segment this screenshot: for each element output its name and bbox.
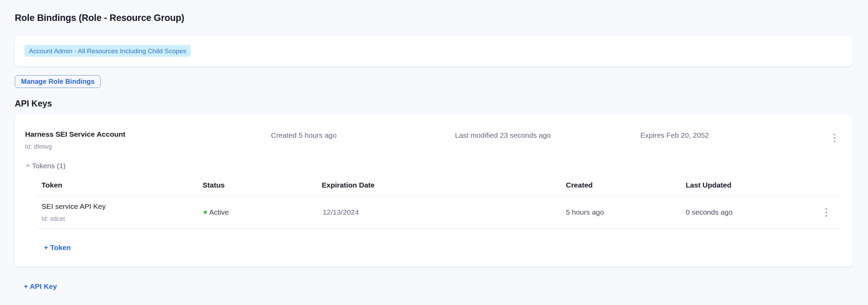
role-bindings-title: Role Bindings (Role - Resource Group): [15, 12, 853, 23]
tokens-table-header-row: Token Status Expiration Date Created Las…: [36, 175, 842, 196]
api-key-created: Created 5 hours ago: [271, 130, 455, 140]
add-api-key-link[interactable]: + API Key: [24, 282, 57, 291]
tokens-table: Token Status Expiration Date Created Las…: [36, 175, 842, 229]
status-badge: Active: [204, 208, 322, 216]
token-expiration-date: 12/13/2024: [323, 208, 359, 216]
column-header-status: Status: [203, 175, 322, 196]
role-binding-tag: Account Admin - All Resources Including …: [24, 45, 191, 57]
api-key-id: Id: dfetwg: [25, 143, 271, 150]
service-account-detail-page: Role Bindings (Role - Resource Group) Ac…: [0, 0, 868, 291]
api-key-meta-row: Harness SEI Service Account Id: dfetwg C…: [25, 130, 842, 150]
tokens-toggle-label: Tokens (1): [32, 161, 66, 170]
column-header-actions: [810, 175, 842, 196]
token-row: SEI service API Key Id: sdcet Active 12/…: [36, 196, 842, 229]
token-menu-icon[interactable]: [821, 206, 832, 218]
api-key-name: Harness SEI Service Account: [25, 130, 271, 139]
api-key-expires: Expires Feb 20, 2052: [640, 130, 829, 140]
status-label: Active: [209, 208, 229, 216]
status-active-dot-icon: [204, 211, 207, 214]
api-key-last-modified: Last modified 23 seconds ago: [455, 130, 640, 140]
api-key-info: Harness SEI Service Account Id: dfetwg: [25, 130, 271, 150]
tokens-toggle[interactable]: Tokens (1): [25, 161, 66, 170]
column-header-created: Created: [566, 175, 686, 196]
column-header-token: Token: [36, 175, 203, 196]
api-key-menu-icon[interactable]: [829, 132, 840, 144]
role-bindings-card: Account Admin - All Resources Including …: [15, 35, 853, 66]
token-name: SEI service API Key: [42, 202, 203, 211]
token-id: Id: sdcet: [42, 215, 203, 223]
column-header-expiration: Expiration Date: [322, 175, 566, 196]
column-header-last-updated: Last Updated: [686, 175, 810, 196]
chevron-up-icon: [25, 163, 31, 168]
add-token-link[interactable]: + Token: [44, 243, 71, 252]
manage-role-bindings-button[interactable]: Manage Role Bindings: [15, 75, 101, 88]
api-key-card: Harness SEI Service Account Id: dfetwg C…: [15, 115, 853, 267]
token-created: 5 hours ago: [566, 208, 604, 216]
token-last-updated: 0 seconds ago: [686, 208, 733, 216]
api-keys-title: API Keys: [15, 98, 853, 109]
